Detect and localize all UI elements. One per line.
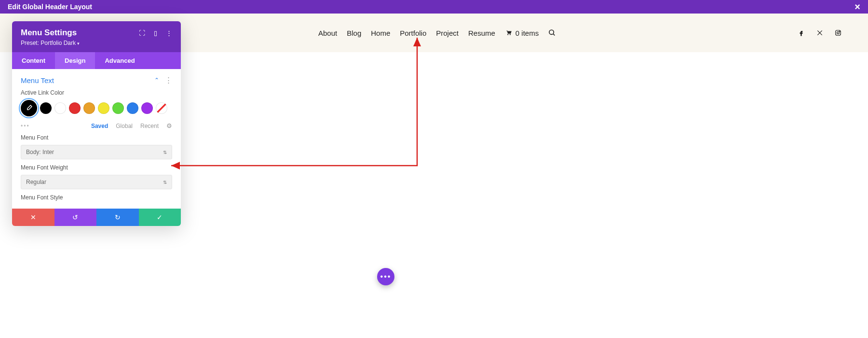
top-bar: Edit Global Header Layout × [0, 0, 868, 14]
expand-icon[interactable]: ⛶ [139, 29, 145, 37]
instagram-icon[interactable] [835, 29, 841, 36]
nav-menu: About Blog Home Portfolio Project Resume… [318, 29, 556, 37]
nav-item-project[interactable]: Project [436, 29, 459, 37]
cart-link[interactable]: 0 items [505, 29, 539, 37]
nav-item-resume[interactable]: Resume [468, 29, 495, 37]
page-title: Edit Global Header Layout [8, 3, 92, 11]
more-icon[interactable]: ⋮ [166, 29, 172, 37]
cart-label: 0 items [515, 29, 539, 37]
facebook-icon[interactable] [798, 29, 805, 36]
nav-item-blog[interactable]: Blog [347, 29, 361, 37]
preset-selector[interactable]: Preset: Portfolio Dark [21, 40, 172, 46]
svg-point-2 [837, 32, 840, 34]
settings-panel: Menu Settings ⛶ ▯ ⋮ Preset: Portfolio Da… [12, 21, 181, 52]
x-icon[interactable] [816, 29, 823, 36]
columns-icon[interactable]: ▯ [154, 29, 157, 37]
svg-point-3 [840, 31, 840, 31]
svg-point-0 [549, 30, 554, 34]
cart-icon [505, 29, 513, 36]
panel-title: Menu Settings [21, 28, 77, 38]
social-icons [798, 29, 841, 36]
nav-item-home[interactable]: Home [371, 29, 390, 37]
close-icon[interactable]: × [854, 2, 860, 12]
nav-item-portfolio[interactable]: Portfolio [400, 29, 426, 37]
nav-item-about[interactable]: About [318, 29, 337, 37]
panel-head: Menu Settings ⛶ ▯ ⋮ Preset: Portfolio Da… [12, 21, 181, 52]
search-icon[interactable] [548, 29, 556, 37]
